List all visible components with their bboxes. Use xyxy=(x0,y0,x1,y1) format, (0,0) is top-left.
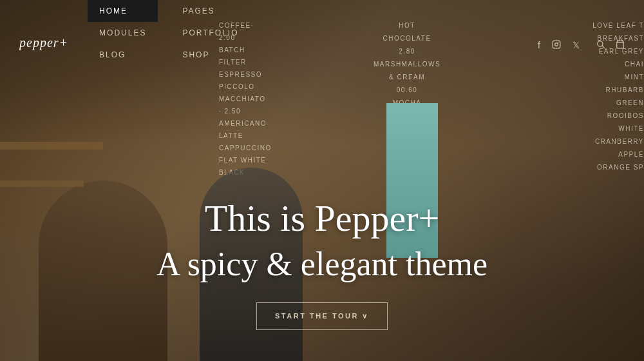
instagram-icon[interactable] xyxy=(552,40,561,51)
nav-portfolio[interactable]: PORTFOLIO xyxy=(171,22,250,44)
nav-col-1: HOME MODULES BLOG xyxy=(88,0,158,66)
svg-point-1 xyxy=(555,43,558,46)
main-nav: pepper+ HOME MODULES BLOG PAGES PORTFOLI… xyxy=(0,0,644,66)
svg-line-4 xyxy=(602,46,605,48)
start-tour-button[interactable]: START THE TOUR ∨ xyxy=(256,302,388,330)
hero-content: This is Pepper+ A spicy & elegant theme xyxy=(0,197,644,284)
svg-point-2 xyxy=(558,42,559,43)
cart-icon[interactable] xyxy=(616,40,625,52)
nav-blog[interactable]: BLOG xyxy=(88,44,158,66)
facebook-icon[interactable]: f xyxy=(538,40,540,51)
social-icons: f 𝕏 xyxy=(538,40,580,51)
nav-modules[interactable]: MODULES xyxy=(88,22,158,44)
site-logo[interactable]: pepper+ xyxy=(19,0,68,50)
shelf2-element xyxy=(0,180,84,187)
hero-title: This is Pepper+ xyxy=(0,197,644,240)
nav-col-2: PAGES PORTFOLIO SHOP xyxy=(171,0,250,66)
hero-subtitle: A spicy & elegant theme xyxy=(0,245,644,284)
svg-rect-0 xyxy=(553,41,560,48)
hero-section: COFFEE· 2.00 BATCH FILTER ESPRESSO PICCO… xyxy=(0,0,644,361)
svg-point-3 xyxy=(598,41,603,46)
nav-home[interactable]: HOME xyxy=(88,0,158,22)
shelf-element xyxy=(0,142,103,150)
twitter-icon[interactable]: 𝕏 xyxy=(573,40,580,51)
nav-pages[interactable]: PAGES xyxy=(171,0,250,22)
search-icon[interactable] xyxy=(596,40,605,52)
nav-shop[interactable]: SHOP xyxy=(171,44,250,66)
